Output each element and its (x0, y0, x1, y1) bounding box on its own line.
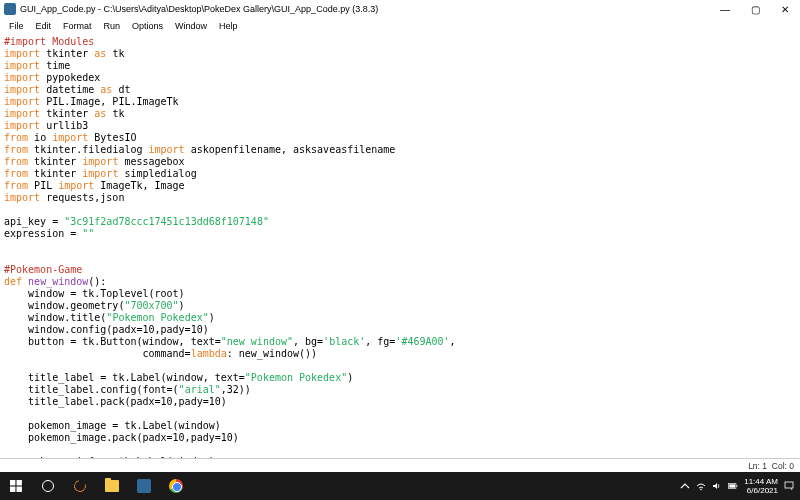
close-button[interactable]: ✕ (770, 0, 800, 18)
code-text: window.geometry( (4, 300, 124, 311)
code-kw: import (4, 48, 40, 59)
code-str: "" (82, 228, 94, 239)
code-text: time (40, 60, 70, 71)
start-button[interactable] (0, 472, 32, 500)
code-text: ,32)) (221, 384, 251, 395)
notification-icon[interactable] (784, 481, 794, 491)
code-kw: import (58, 180, 94, 191)
titlebar-left: GUI_App_Code.py - C:\Users\Aditya\Deskto… (0, 3, 378, 15)
minimize-button[interactable]: — (710, 0, 740, 18)
code-text: askopenfilename, asksaveasfilename (185, 144, 396, 155)
code-text: : new_window()) (227, 348, 317, 359)
task-explorer[interactable] (96, 472, 128, 500)
code-kw: lambda (191, 348, 227, 359)
code-text: requests,json (40, 192, 124, 203)
code-text: tkinter.filedialog (28, 144, 148, 155)
code-line: #Pokemon-Game (4, 264, 82, 275)
code-kw: import (149, 144, 185, 155)
python-idle-icon (137, 479, 151, 493)
code-kw: import (4, 192, 40, 203)
status-col: Col: 0 (772, 461, 794, 471)
code-text: tk (106, 108, 124, 119)
code-str: 'black' (323, 336, 365, 347)
refresh-icon (72, 478, 88, 494)
idle-window: GUI_App_Code.py - C:\Users\Aditya\Deskto… (0, 0, 800, 500)
code-kw: from (4, 180, 28, 191)
code-text: , fg= (365, 336, 395, 347)
code-text: title_label.pack(padx=10,pady=10) (4, 396, 227, 407)
code-kw: import (4, 84, 40, 95)
svg-rect-7 (729, 484, 735, 487)
tray-chevron-icon[interactable] (680, 481, 690, 491)
code-kw: def (4, 276, 28, 287)
tray-date: 6/6/2021 (744, 486, 778, 495)
tray-clock[interactable]: 11:44 AM 6/6/2021 (744, 477, 778, 495)
code-text: datetime (40, 84, 100, 95)
status-bar: Ln: 1 Col: 0 (0, 458, 800, 472)
code-str: "700x700" (124, 300, 178, 311)
battery-icon[interactable] (728, 481, 738, 491)
code-kw: import (4, 96, 40, 107)
folder-icon (105, 480, 119, 492)
code-text: tkinter (28, 156, 82, 167)
code-str: "arial" (179, 384, 221, 395)
code-text: ) (347, 372, 353, 383)
code-text: io (28, 132, 52, 143)
code-text: PIL (28, 180, 58, 191)
code-text: ) (209, 312, 215, 323)
code-str: "3c91f2ad78ccc17451c13dd68f107148" (64, 216, 269, 227)
maximize-button[interactable]: ▢ (740, 0, 770, 18)
status-line: Ln: 1 (748, 461, 767, 471)
titlebar: GUI_App_Code.py - C:\Users\Aditya\Deskto… (0, 0, 800, 18)
svg-rect-0 (10, 480, 15, 485)
code-text: tkinter (28, 168, 82, 179)
code-text: messagebox (118, 156, 184, 167)
task-refresh[interactable] (64, 472, 96, 500)
code-str: "Pokemon Pokedex" (106, 312, 208, 323)
code-text: simpledialog (118, 168, 196, 179)
system-tray: 11:44 AM 6/6/2021 (680, 477, 800, 495)
code-text: pokemon_image = tk.Label(window) (4, 420, 221, 431)
menu-run[interactable]: Run (99, 20, 126, 32)
code-text: , (450, 336, 456, 347)
code-kw: import (4, 60, 40, 71)
code-text: title_label = tk.Label(window, text= (4, 372, 245, 383)
menu-file[interactable]: File (4, 20, 29, 32)
volume-icon[interactable] (712, 481, 722, 491)
menubar: File Edit Format Run Options Window Help (0, 18, 800, 34)
task-idle[interactable] (128, 472, 160, 500)
code-text: title_label.config(font=( (4, 384, 179, 395)
code-editor[interactable]: #import Modules import tkinter as tk imp… (0, 34, 800, 458)
menu-format[interactable]: Format (58, 20, 97, 32)
code-kw: import (4, 72, 40, 83)
code-kw: import (4, 120, 40, 131)
code-text: command= (4, 348, 191, 359)
code-kw: import (4, 108, 40, 119)
task-chrome[interactable] (160, 472, 192, 500)
wifi-icon[interactable] (696, 481, 706, 491)
code-kw: import (82, 168, 118, 179)
menu-edit[interactable]: Edit (31, 20, 57, 32)
code-text: tkinter (40, 48, 94, 59)
svg-rect-6 (737, 485, 738, 487)
svg-rect-8 (785, 482, 793, 488)
code-str: '#469A00' (395, 336, 449, 347)
code-kw: from (4, 168, 28, 179)
menu-window[interactable]: Window (170, 20, 212, 32)
menu-options[interactable]: Options (127, 20, 168, 32)
code-kw: import (82, 156, 118, 167)
cortana-button[interactable] (32, 472, 64, 500)
menu-help[interactable]: Help (214, 20, 243, 32)
code-text: tkinter (40, 108, 94, 119)
code-kw: as (100, 84, 112, 95)
tray-time: 11:44 AM (744, 477, 778, 486)
code-text: api_key = (4, 216, 64, 227)
window-controls: — ▢ ✕ (710, 0, 800, 18)
svg-rect-1 (16, 480, 21, 485)
code-text: PIL.Image, PIL.ImageTk (40, 96, 178, 107)
python-icon (4, 3, 16, 15)
code-text: urllib3 (40, 120, 88, 131)
chrome-icon (169, 479, 183, 493)
code-text: pypokedex (40, 72, 100, 83)
code-text: ) (179, 300, 185, 311)
